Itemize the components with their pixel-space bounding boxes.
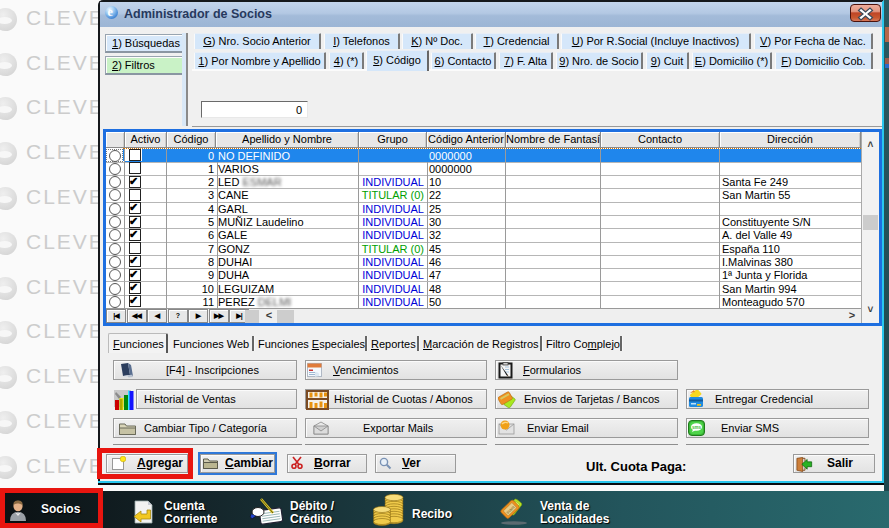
svg-text:sms: sms <box>692 425 702 430</box>
